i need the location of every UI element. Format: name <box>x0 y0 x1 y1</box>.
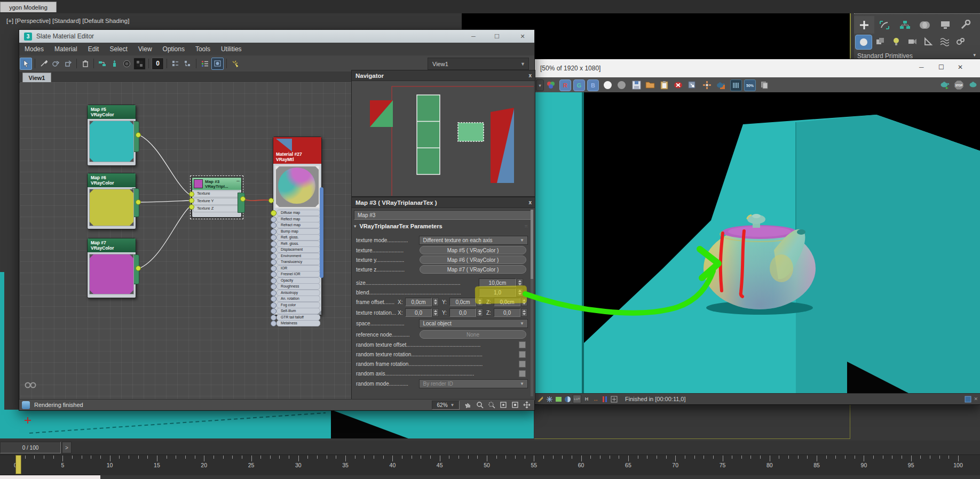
category-geometry[interactable] <box>855 35 872 50</box>
texture-rotation-x-field[interactable]: 0,0 <box>405 308 432 317</box>
minimize-button[interactable]: ─ <box>919 63 924 71</box>
save-image-icon[interactable] <box>631 79 642 90</box>
slot-input-dot[interactable] <box>271 222 276 228</box>
frame-offset-y-field[interactable]: 0,0cm <box>449 298 476 306</box>
lut-icon[interactable]: LUT <box>573 395 581 403</box>
load-image-icon[interactable] <box>645 79 655 90</box>
material-name-field[interactable]: Map #3 <box>354 210 532 220</box>
material-slot[interactable]: IOR <box>273 265 321 272</box>
track-mouse-icon[interactable] <box>701 79 712 90</box>
menu-utilities[interactable]: Utilities <box>216 45 247 53</box>
map3-input-slot[interactable]: Texture Z <box>193 205 240 212</box>
color-swatch[interactable] <box>90 121 133 162</box>
texture-rotation-y-field[interactable]: 0,0 <box>449 308 476 317</box>
node-material27[interactable]: Material #27 VRayMtl Diffuse mapReflect … <box>273 137 322 315</box>
copy-to-host-icon[interactable] <box>759 79 770 90</box>
category-shapes[interactable] <box>872 35 888 49</box>
material-slot[interactable]: Refl. gloss. <box>273 234 321 241</box>
move-children-icon[interactable] <box>97 58 108 69</box>
layout-horizontal-icon[interactable] <box>182 58 193 69</box>
close-icon[interactable]: x <box>528 73 532 78</box>
material-slot[interactable]: Environment <box>273 253 321 259</box>
material-slot[interactable]: Self-Illum <box>273 308 321 314</box>
pixel-info-icon[interactable] <box>610 395 618 403</box>
curve-icon[interactable] <box>564 395 571 403</box>
tab-modify[interactable] <box>874 16 895 34</box>
category-helpers[interactable] <box>920 35 936 49</box>
slot-input-dot[interactable] <box>271 302 276 308</box>
slot-input-dot[interactable] <box>271 315 276 321</box>
close-icon[interactable]: x <box>528 199 532 205</box>
panel-scrollbar[interactable] <box>531 210 533 396</box>
menu-options[interactable]: Options <box>157 45 190 53</box>
select-tool-icon[interactable] <box>20 58 32 70</box>
mono-channel-icon[interactable] <box>616 79 627 90</box>
category-systems[interactable] <box>952 35 968 49</box>
texture-rotation-z-spinner[interactable] <box>521 308 527 317</box>
material-slot[interactable]: Refract map <box>273 222 321 228</box>
tab-display[interactable] <box>935 16 955 34</box>
navigator-minimap[interactable] <box>352 81 534 196</box>
category-lights[interactable] <box>888 35 904 49</box>
render-icon[interactable] <box>968 79 979 90</box>
material-preview[interactable] <box>275 165 320 208</box>
space-dropdown[interactable]: Local object ▼ <box>419 319 528 328</box>
tab-hierarchy[interactable] <box>895 16 915 34</box>
alpha-channel-icon[interactable] <box>602 79 613 90</box>
slot-input-dot[interactable] <box>271 229 276 235</box>
tab-motion[interactable] <box>915 16 935 34</box>
slot-input-dot[interactable] <box>271 241 276 247</box>
navigator-title-bar[interactable]: Navigator x <box>352 70 535 81</box>
node-map7[interactable]: Map #7VRayColor <box>87 238 136 298</box>
assign-material-icon[interactable] <box>50 58 61 69</box>
preview-window-icon[interactable] <box>211 58 224 70</box>
map3-input-slot[interactable]: Texture Y <box>193 198 240 205</box>
rollout-header[interactable]: ▾ VRayTriplanarTex Parameters ⁙ <box>354 223 528 229</box>
map3-input-slot[interactable]: Texture <box>193 190 240 197</box>
stop-render-icon[interactable]: STOP <box>953 79 964 90</box>
slot-input-dot[interactable] <box>271 247 276 253</box>
zoom-50-icon[interactable]: 50% <box>744 79 756 91</box>
close-button[interactable]: ✕ <box>958 63 963 71</box>
material-slot[interactable]: Displacement <box>273 246 321 253</box>
size-field[interactable]: 10,0cm <box>479 278 516 287</box>
slot-input-dot[interactable] <box>271 266 276 272</box>
menu-edit[interactable]: Edit <box>83 45 105 53</box>
reference-node-button[interactable]: None <box>420 330 526 339</box>
clear-image-icon[interactable] <box>673 79 683 90</box>
size-spinner[interactable] <box>517 278 523 287</box>
material-slot[interactable]: Metalness <box>273 320 321 326</box>
rendered-image[interactable] <box>535 92 980 394</box>
show-background-icon[interactable] <box>133 58 146 70</box>
material-slot[interactable]: Roughness <box>273 283 321 290</box>
region-render-icon[interactable] <box>715 79 726 90</box>
slot-input-dot[interactable] <box>271 290 276 296</box>
channels-dropdown-icon[interactable]: ▾ <box>536 79 544 91</box>
checkbox[interactable] <box>519 361 526 368</box>
ribbon-tab-polygon-modeling[interactable]: ygon Modeling <box>0 2 57 12</box>
frame-offset-x-spinner[interactable] <box>432 298 439 306</box>
texture-x-button[interactable]: Map #5 ( VRayColor ) <box>420 246 526 254</box>
exposure-icon[interactable] <box>555 395 562 403</box>
material-slot[interactable]: An. rotation <box>273 296 321 302</box>
delete-icon[interactable] <box>80 58 91 69</box>
show-shaded-material-icon[interactable] <box>121 58 132 69</box>
category-spacewarps[interactable] <box>936 35 952 49</box>
node-map5[interactable]: Map #5VRayColor <box>87 105 136 166</box>
menu-view[interactable]: View <box>133 45 157 53</box>
material-by-selection-icon[interactable] <box>109 58 120 69</box>
zoom-region-icon[interactable] <box>487 401 496 411</box>
white-balance-icon[interactable] <box>546 395 553 403</box>
tab-create[interactable] <box>854 16 874 34</box>
frame-offset-y-spinner[interactable] <box>477 298 483 306</box>
vfb-expand-icon[interactable]: ✕ <box>974 396 978 402</box>
color-swatch[interactable] <box>90 254 133 294</box>
zoom-level-dropdown[interactable]: 62% ▼ <box>432 401 460 410</box>
slot-input-dot[interactable] <box>271 210 276 216</box>
slate-title-bar[interactable]: 3 Slate Material Editor ─ ☐ ✕ <box>19 30 534 43</box>
panel-title-bar[interactable]: Map #3 ( VRayTriplanarTex ) x <box>352 197 535 208</box>
show-end-result-icon[interactable]: 0 <box>152 58 164 70</box>
tab-utilities[interactable] <box>955 16 976 34</box>
stereo-bars-icon[interactable] <box>601 395 608 403</box>
put-to-library-icon[interactable] <box>62 58 74 69</box>
